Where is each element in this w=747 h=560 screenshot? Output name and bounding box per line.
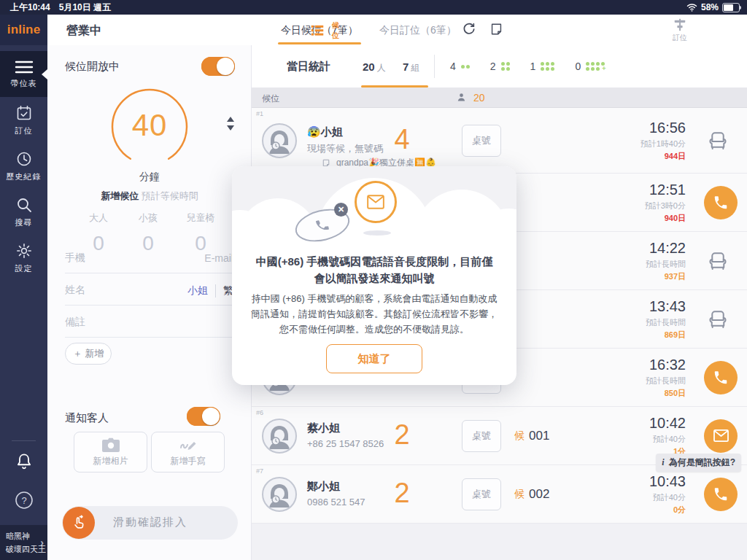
elapsed-label: 869日 — [646, 330, 686, 341]
registered-time: 12:51 — [645, 182, 686, 198]
sidebar-item-label: 設定 — [15, 263, 33, 274]
honorific-selector[interactable]: 小姐 — [187, 284, 208, 298]
modal-body: 持中國 (+86) 手機號碼的顧客，系統會由電話通知自動改成簡訊通知，請提前告知… — [249, 292, 499, 337]
highchair-counter[interactable]: 兒童椅 0 — [177, 211, 224, 255]
tab-today-reservations[interactable]: 今日訂位（6筆） — [379, 24, 457, 37]
info-icon: i — [662, 457, 664, 468]
wait-minutes-dial: 40 — [110, 88, 189, 166]
waitlist-icon — [310, 23, 325, 37]
registered-time: 16:32 — [646, 357, 686, 373]
chair-icon[interactable] — [706, 249, 729, 273]
group-size-stat: 4 — [450, 61, 470, 72]
group-size-stat: 2 — [490, 61, 510, 72]
camera-icon — [101, 438, 120, 452]
table-number-button[interactable]: 桌號 — [462, 125, 501, 157]
sidebar-item-reservation[interactable]: 訂位 — [0, 97, 47, 143]
nav-waitlist-view[interactable]: 候位 — [310, 20, 342, 41]
registered-time: 10:42 — [649, 415, 686, 432]
time-info: 16:56 預計1時40分 944日 — [640, 120, 686, 162]
clock-time: 上午10:44 — [10, 1, 50, 14]
chevron-right-icon: › — [40, 537, 44, 548]
person-icon — [456, 92, 467, 103]
acknowledge-button[interactable]: 知道了 — [326, 344, 422, 373]
top-header: 營業中 今日候位（7筆） 今日訂位（6筆） 訂位 — [47, 15, 747, 46]
waitlist-open-toggle[interactable] — [201, 57, 235, 76]
nav-reservation-view[interactable]: 訂位 — [664, 18, 696, 43]
row-number: #6 — [256, 409, 263, 416]
new-waitlist-panel: 候位開放中 40 分鐘 新增候位 預計等候時間 大人 0 小孩 0 兒童椅 0 — [47, 45, 252, 560]
stats-people: 20人 — [363, 61, 386, 74]
notify-customer-label: 通知客人 — [65, 411, 109, 425]
stats-title: 當日統計 — [287, 60, 330, 74]
elapsed-label: 940日 — [645, 213, 686, 224]
wait-label: 候 — [514, 429, 525, 443]
gear-icon — [15, 242, 33, 260]
name-row: 小姐 繁 — [65, 283, 233, 306]
chair-icon[interactable] — [706, 129, 729, 152]
customer-name: 鄭小姐 — [307, 480, 365, 494]
notify-customer-toggle[interactable] — [187, 407, 220, 426]
table-row[interactable]: #7 鄭小姐 0986 521 547 2 桌號 候 002 10:43 預計4… — [252, 465, 747, 524]
stats-groups: 7組 — [403, 61, 419, 74]
modal-title: 中國(+86) 手機號碼因電話語音長度限制，目前僅會以簡訊發送來通知叫號 — [254, 254, 495, 287]
call-customer-icon[interactable] — [704, 361, 738, 394]
sms-info-tooltip[interactable]: i 為何是簡訊按鈕? — [656, 454, 741, 472]
sms-customer-icon[interactable] — [704, 419, 738, 453]
call-customer-icon[interactable] — [704, 186, 738, 219]
note-row — [65, 315, 233, 338]
sidebar-item-settings[interactable]: 設定 — [0, 235, 47, 281]
add-waitlist-caption: 新增候位 預計等候時間 — [47, 190, 252, 203]
divider — [215, 284, 216, 298]
party-size: 2 — [383, 419, 421, 450]
phone-email-row — [65, 251, 233, 273]
registered-time: 14:22 — [646, 240, 686, 257]
sidebar-item-label: 歷史紀錄 — [7, 171, 42, 182]
adult-counter[interactable]: 大人 0 — [75, 211, 122, 255]
chair-icon[interactable] — [706, 308, 729, 331]
cloud-illustration: ✕ — [232, 166, 516, 248]
sidebar-item-waitlist-board[interactable]: 帶位表 — [0, 51, 47, 97]
call-customer-icon[interactable] — [704, 478, 738, 511]
add-tag-button[interactable]: ＋ 新增 — [65, 343, 112, 365]
help-icon[interactable]: ? — [0, 490, 47, 510]
party-size-stats: 4210+ — [450, 55, 605, 77]
note-icon[interactable] — [489, 22, 506, 38]
sidebar-item-label: 搜尋 — [15, 217, 33, 228]
swipe-hand-icon[interactable] — [63, 507, 95, 539]
group-size-stat: 0+ — [575, 61, 605, 72]
table-row[interactable]: #1 😰小姐 現場等候，無號碼 4 桌號 16:56 預計1時40分 944日 — [252, 108, 747, 174]
name-input[interactable] — [65, 284, 145, 295]
list-header-label: 候位 — [262, 93, 279, 105]
customer-name: 😰小姐 — [307, 125, 383, 139]
party-size: 2 — [383, 477, 421, 508]
email-input[interactable] — [153, 252, 233, 264]
wait-number: 001 — [529, 429, 549, 443]
refresh-icon[interactable] — [462, 22, 478, 38]
add-photo-button[interactable]: 新增相片 — [74, 432, 147, 472]
row-number: #1 — [256, 110, 263, 117]
wait-number-group: 候 002 — [514, 487, 549, 502]
note-input[interactable] — [65, 316, 211, 327]
notifications-bell-icon[interactable] — [0, 452, 47, 472]
table-number-button[interactable]: 桌號 — [462, 420, 501, 452]
sms-notice-modal: ✕ 中國(+86) 手機號碼因電話語音長度限制，目前僅會以簡訊發送來通知叫號 持… — [232, 166, 516, 385]
child-counter[interactable]: 小孩 0 — [125, 211, 171, 255]
slide-to-confirm[interactable]: 滑動確認排入 — [62, 506, 238, 540]
sidebar: inline 帶位表 訂位 — [0, 15, 47, 560]
estimated-wait: 預計1時40分 — [640, 139, 686, 149]
list-header: 候位 20 — [252, 88, 747, 108]
active-tab-underline — [278, 42, 361, 44]
add-handwriting-button[interactable]: 新增手寫 — [151, 432, 225, 472]
elapsed-label: 850日 — [646, 388, 686, 399]
sidebar-item-search[interactable]: 搜尋 — [0, 189, 47, 235]
account-switcher[interactable]: 暗黑神 破壞四天王 › — [0, 525, 47, 560]
sidebar-item-history[interactable]: 歷史紀錄 — [0, 143, 47, 189]
table-number-button[interactable]: 桌號 — [462, 478, 501, 510]
svg-text:?: ? — [21, 495, 26, 506]
avatar — [262, 419, 297, 454]
phone-input[interactable] — [65, 252, 145, 263]
minutes-stepper[interactable] — [227, 117, 234, 131]
estimated-wait: 預計40分 — [649, 434, 686, 445]
time-info: 13:43 預計長時間 869日 — [646, 298, 686, 341]
customer-phone: 0986 521 547 — [307, 497, 365, 508]
